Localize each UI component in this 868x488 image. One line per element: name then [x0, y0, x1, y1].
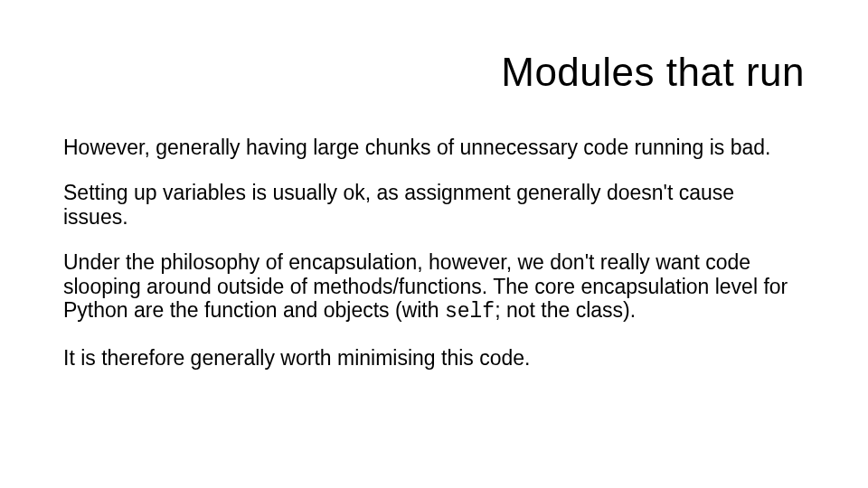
paragraph-3: Under the philosophy of encapsulation, h… — [63, 250, 805, 324]
slide-body: However, generally having large chunks o… — [63, 136, 805, 391]
paragraph-4: It is therefore generally worth minimisi… — [63, 346, 805, 370]
code-self: self — [445, 300, 495, 324]
slide-title: Modules that run — [501, 50, 805, 95]
paragraph-2: Setting up variables is usually ok, as a… — [63, 181, 805, 229]
paragraph-3-after: ; not the class). — [495, 298, 636, 322]
paragraph-1: However, generally having large chunks o… — [63, 136, 805, 159]
paragraph-3-before: Under the philosophy of encapsulation, h… — [63, 250, 788, 322]
slide: Modules that run However, generally havi… — [0, 0, 868, 488]
